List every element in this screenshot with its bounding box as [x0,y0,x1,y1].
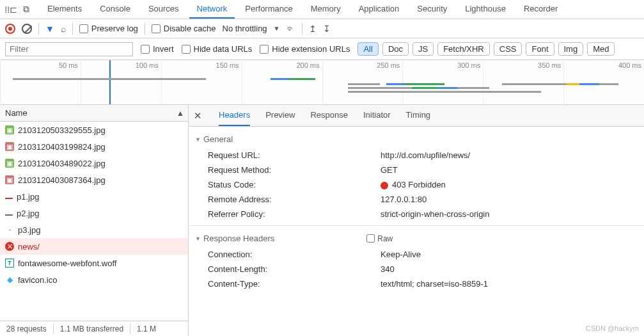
network-conditions-icon[interactable]: ᯤ [287,24,295,34]
section-general[interactable]: General [195,131,638,148]
filter-type-fetch-xhr[interactable]: Fetch/XHR [437,42,490,56]
tab-security[interactable]: Security [409,0,455,19]
request-name: p2.jpg [17,209,39,218]
request-name: p1.jpg [17,192,39,202]
header-value: Keep-Alive [381,250,421,259]
upload-icon[interactable]: ↥ [309,24,317,34]
tab-performance[interactable]: Performance [237,0,300,19]
detail-tab-timing[interactable]: Timing [406,105,431,126]
section-response-headers[interactable]: Response Headers Raw [195,230,638,247]
file-icon: ✕ [5,242,14,251]
request-row[interactable]: ◆favicon.ico [0,271,188,288]
hide-data-urls-checkbox[interactable]: Hide data URLs [182,44,253,54]
header-key: Content-Length: [208,264,381,274]
status-transferred: 1.1 MB transferred [54,324,130,333]
request-row[interactable]: ▣2103120503329555.jpg [0,122,188,138]
preserve-log-checkbox[interactable]: Preserve log [79,24,138,33]
download-icon[interactable]: ↧ [323,24,331,34]
tab-lighthouse[interactable]: Lighthouse [457,0,514,19]
filter-toggle-icon[interactable]: ▼ [45,24,54,34]
file-icon: ▣ [5,159,14,168]
request-name: news/ [18,242,40,252]
header-key: Connection: [208,250,381,259]
status-requests: 28 requests [0,324,54,333]
tab-application[interactable]: Application [351,0,407,19]
filter-type-img[interactable]: Img [558,42,584,56]
inspect-icon[interactable]: ⁞⁞⊏ [4,4,18,15]
tab-elements[interactable]: Elements [40,0,90,19]
request-name: p3.jpg [18,225,40,235]
filter-type-font[interactable]: Font [526,42,554,56]
filter-type-all[interactable]: All [357,42,378,56]
disable-cache-checkbox[interactable]: Disable cache [152,24,216,33]
file-icon: T [5,259,14,268]
header-value: strict-origin-when-cross-origin [381,209,490,219]
request-name: 2103120403489022.jpg [18,159,106,168]
filter-type-css[interactable]: CSS [494,42,522,56]
header-value: text/html; charset=iso-8859-1 [381,279,488,289]
detail-tab-initiator[interactable]: Initiator [363,105,391,126]
header-key: Referrer Policy: [208,209,381,219]
raw-checkbox[interactable] [366,234,375,243]
watermark: CSDN @hackym [586,324,639,332]
status-dot-icon [381,182,388,189]
search-icon[interactable]: ⌕ [61,24,66,34]
network-toolbar: ▼ ⌕ Preserve log Disable cache No thrott… [0,19,644,38]
detail-tab-headers[interactable]: Headers [219,105,250,126]
header-value: 403 Forbidden [381,180,446,189]
device-icon[interactable]: ⧉ [19,4,33,15]
header-value: 340 [381,264,395,274]
tab-memory[interactable]: Memory [303,0,349,19]
file-icon: ▣ [5,142,14,151]
filter-type-med[interactable]: Med [587,42,615,56]
request-name: 2103120403199824.jpg [18,142,106,152]
request-list-panel: Name ▲ ▣2103120503329555.jpg▣21031204031… [0,105,189,336]
header-key: Remote Address: [208,195,381,204]
status-resources: 1.1 M [130,324,162,333]
file-icon [5,194,13,199]
tab-console[interactable]: Console [92,0,138,19]
filter-type-js[interactable]: JS [412,42,434,56]
column-header-name[interactable]: Name [0,105,188,122]
request-name: 2103120403087364.jpg [18,175,106,185]
timeline-overview[interactable]: 50 ms100 ms150 ms200 ms250 ms300 ms350 m… [0,60,644,105]
throttling-select[interactable]: No throttling [223,24,267,33]
request-row[interactable]: ▣2103120403199824.jpg [0,138,188,155]
request-row[interactable]: Tfontawesome-webfont.woff [0,255,188,271]
detail-tab-response[interactable]: Response [310,105,348,126]
close-icon[interactable]: ✕ [194,110,202,122]
tab-network[interactable]: Network [189,0,235,19]
header-key: Request Method: [208,165,381,175]
clear-icon[interactable] [22,24,32,34]
filter-input[interactable] [5,42,133,56]
invert-checkbox[interactable]: Invert [141,44,174,54]
record-icon[interactable] [5,24,15,34]
header-value: 127.0.0.1:80 [381,195,427,204]
request-row[interactable]: ✕news/ [0,238,188,255]
sort-caret-icon[interactable]: ▲ [177,109,184,118]
request-row[interactable]: ▣2103120403489022.jpg [0,155,188,172]
status-bar: 28 requests 1.1 MB transferred 1.1 M [0,321,188,336]
main-tab-row: ⁞⁞⊏ ⧉ ElementsConsoleSourcesNetworkPerfo… [0,0,644,19]
tab-sources[interactable]: Sources [141,0,187,19]
detail-panel: ✕ HeadersPreviewResponseInitiatorTiming … [189,105,644,336]
header-key: Status Code: [208,180,381,189]
request-row[interactable]: p2.jpg [0,205,188,221]
chevron-down-icon[interactable]: ▼ [274,25,280,32]
filter-bar: Invert Hide data URLs Hide extension URL… [0,38,644,60]
request-name: 2103120503329555.jpg [18,125,106,135]
filter-type-doc[interactable]: Doc [382,42,409,56]
file-icon: ··· [5,225,14,234]
request-name: favicon.ico [18,275,57,285]
request-row[interactable]: p1.jpg [0,188,188,205]
header-key: Content-Type: [208,279,381,289]
request-row[interactable]: ···p3.jpg [0,221,188,238]
tab-recorder[interactable]: Recorder [516,0,565,19]
hide-extension-urls-checkbox[interactable]: Hide extension URLs [260,44,350,54]
request-name: fontawesome-webfont.woff [18,259,116,268]
header-value: GET [381,165,398,175]
header-key: Request URL: [208,150,381,160]
header-value: http://d.com/upfile/news/ [381,150,470,160]
request-row[interactable]: ▣2103120403087364.jpg [0,172,188,188]
detail-tab-preview[interactable]: Preview [265,105,295,126]
